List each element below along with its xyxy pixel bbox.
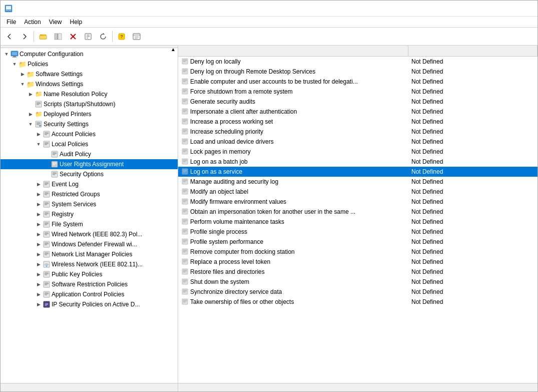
list-row[interactable]: Deny log on locallyNot Defined xyxy=(178,57,537,67)
refresh-button[interactable] xyxy=(96,30,110,44)
tree-item-user-rights[interactable]: User Rights Assignment xyxy=(1,159,178,169)
tree-item-system-services[interactable]: ▶ System Services xyxy=(1,199,178,209)
tree-item-windows-settings[interactable]: ▼ 📁 Windows Settings xyxy=(1,79,178,89)
browse-button[interactable] xyxy=(36,30,50,44)
list-row[interactable]: Lock pages in memoryNot Defined xyxy=(178,147,537,157)
tree-pane[interactable]: ▲ ▼ Computer Configuration xyxy=(1,46,178,383)
export-button[interactable] xyxy=(130,30,144,44)
close-button[interactable] xyxy=(510,1,533,17)
expand-registry[interactable]: ▶ xyxy=(35,210,43,218)
expand-wireless-network[interactable]: ▶ xyxy=(35,260,43,268)
expand-computer-config[interactable]: ▼ xyxy=(3,50,11,58)
expand-windows-settings[interactable]: ▼ xyxy=(19,80,27,88)
list-row[interactable]: Restore files and directoriesNot Defined xyxy=(178,267,537,277)
list-row[interactable]: Deny log on through Remote Desktop Servi… xyxy=(178,67,537,77)
expand-local-policies[interactable]: ▼ xyxy=(35,140,43,148)
expand-restricted-groups[interactable]: ▶ xyxy=(35,190,43,198)
expand-deployed-printers[interactable]: ▶ xyxy=(27,110,35,118)
menu-view[interactable]: View xyxy=(45,18,66,27)
row-policy-icon xyxy=(181,168,188,175)
maximize-button[interactable] xyxy=(486,1,509,17)
list-row[interactable]: Impersonate a client after authenticatio… xyxy=(178,107,537,117)
list-horizontal-scrollbar[interactable] xyxy=(178,383,537,391)
tree-item-wired-network[interactable]: ▶ Wired Network (IEEE 802.3) Pol... xyxy=(1,229,178,239)
list-row[interactable]: Obtain an impersonation token for anothe… xyxy=(178,207,537,217)
column-header-policy[interactable] xyxy=(178,46,408,56)
list-row[interactable]: Modify an object labelNot Defined xyxy=(178,187,537,197)
list-row[interactable]: Increase scheduling priorityNot Defined xyxy=(178,127,537,137)
tree-item-windows-firewall[interactable]: ▶ Windows Defender Firewall wi... xyxy=(1,239,178,249)
list-row[interactable]: Generate security auditsNot Defined xyxy=(178,97,537,107)
list-row[interactable]: Shut down the systemNot Defined xyxy=(178,277,537,287)
forward-button[interactable] xyxy=(18,30,32,44)
expand-app-control[interactable]: ▶ xyxy=(35,290,43,298)
help-button[interactable]: ? xyxy=(115,30,129,44)
expand-software-restriction[interactable]: ▶ xyxy=(35,280,43,288)
tree-item-scripts[interactable]: Scripts (Startup/Shutdown) xyxy=(1,99,178,109)
tree-item-name-resolution[interactable]: ▶ 📁 Name Resolution Policy xyxy=(1,89,178,99)
list-row[interactable]: Increase a process working setNot Define… xyxy=(178,117,537,127)
tree-item-local-policies[interactable]: ▼ Local Policies xyxy=(1,139,178,149)
tree-item-app-control[interactable]: ▶ Application Control Policies xyxy=(1,289,178,299)
expand-system-services[interactable]: ▶ xyxy=(35,200,43,208)
delete-button[interactable] xyxy=(66,30,80,44)
list-row[interactable]: Log on as a serviceNot Defined xyxy=(178,167,537,177)
restricted-groups-label: Restricted Groups xyxy=(51,191,100,198)
list-row[interactable]: Enable computer and user accounts to be … xyxy=(178,77,537,87)
expand-software-settings[interactable]: ▶ xyxy=(19,70,27,78)
expand-policies[interactable]: ▼ xyxy=(11,60,19,68)
expand-name-resolution[interactable]: ▶ xyxy=(27,90,35,98)
tree-item-restricted-groups[interactable]: ▶ Restricted Groups xyxy=(1,189,178,199)
list-body[interactable]: Deny log on locallyNot Defined Deny log … xyxy=(178,57,537,383)
list-row[interactable]: Log on as a batch jobNot Defined xyxy=(178,157,537,167)
list-row[interactable]: Load and unload device driversNot Define… xyxy=(178,137,537,147)
tree-item-computer-config[interactable]: ▼ Computer Configuration xyxy=(1,49,171,59)
tree-item-public-key[interactable]: ▶ Public Key Policies xyxy=(1,269,178,279)
expand-file-system[interactable]: ▶ xyxy=(35,220,43,228)
menu-help[interactable]: Help xyxy=(66,18,87,27)
tree-item-deployed-printers[interactable]: ▶ 📁 Deployed Printers xyxy=(1,109,178,119)
windows-firewall-label: Windows Defender Firewall wi... xyxy=(51,241,137,248)
expand-windows-firewall[interactable]: ▶ xyxy=(35,240,43,248)
tree-item-security-options[interactable]: Security Options xyxy=(1,169,178,179)
expand-security-settings[interactable]: ▼ xyxy=(27,120,35,128)
tree-item-file-system[interactable]: ▶ File System xyxy=(1,219,178,229)
tree-item-ip-security[interactable]: ▶ IP IP Security Policies on Active D... xyxy=(1,299,178,309)
tree-item-network-list[interactable]: ▶ Network List Manager Policies xyxy=(1,249,178,259)
list-row[interactable]: Remove computer from docking stationNot … xyxy=(178,247,537,257)
menu-action[interactable]: Action xyxy=(20,18,45,27)
tree-scroll-up[interactable]: ▲ xyxy=(171,47,176,52)
tree-item-software-settings[interactable]: ▶ 📁 Software Settings xyxy=(1,69,178,79)
properties-button[interactable] xyxy=(81,30,95,44)
back-button[interactable] xyxy=(3,30,17,44)
list-row[interactable]: Take ownership of files or other objects… xyxy=(178,297,537,307)
expand-account-policies[interactable]: ▶ xyxy=(35,130,43,138)
tree-item-security-settings[interactable]: ▼ S Security Settings xyxy=(1,119,178,129)
tree-item-wireless-network[interactable]: ▶ Wireless Network (IEEE 802.11)... xyxy=(1,259,178,269)
list-row[interactable]: Synchronize directory service dataNot De… xyxy=(178,287,537,297)
list-row[interactable]: Manage auditing and security logNot Defi… xyxy=(178,177,537,187)
expand-wired-network[interactable]: ▶ xyxy=(35,230,43,238)
tree-item-policies[interactable]: ▼ 📁 Policies xyxy=(1,59,178,69)
list-row[interactable]: Profile system performanceNot Defined xyxy=(178,237,537,247)
expand-public-key[interactable]: ▶ xyxy=(35,270,43,278)
tree-horizontal-scrollbar[interactable] xyxy=(1,383,178,391)
minimize-button[interactable] xyxy=(462,1,485,17)
tree-item-event-log[interactable]: ▶ Event Log xyxy=(1,179,178,189)
list-row[interactable]: Force shutdown from a remote systemNot D… xyxy=(178,87,537,97)
show-hide-button[interactable] xyxy=(51,30,65,44)
tree-item-registry[interactable]: ▶ Registry xyxy=(1,209,178,219)
policy-name: Restore files and directories xyxy=(190,268,265,275)
expand-network-list[interactable]: ▶ xyxy=(35,250,43,258)
tree-item-software-restriction[interactable]: ▶ Software Restriction Policies xyxy=(1,279,178,289)
expand-event-log[interactable]: ▶ xyxy=(35,180,43,188)
list-row[interactable]: Perform volume maintenance tasksNot Defi… xyxy=(178,217,537,227)
list-row[interactable]: Replace a process level tokenNot Defined xyxy=(178,257,537,267)
list-row[interactable]: Profile single processNot Defined xyxy=(178,227,537,237)
tree-item-audit-policy[interactable]: Audit Policy xyxy=(1,149,178,159)
menu-file[interactable]: File xyxy=(3,18,20,27)
expand-ip-security[interactable]: ▶ xyxy=(35,300,43,308)
list-row[interactable]: Modify firmware environment valuesNot De… xyxy=(178,197,537,207)
column-header-setting[interactable] xyxy=(408,46,537,56)
tree-item-account-policies[interactable]: ▶ Account Policies xyxy=(1,129,178,139)
